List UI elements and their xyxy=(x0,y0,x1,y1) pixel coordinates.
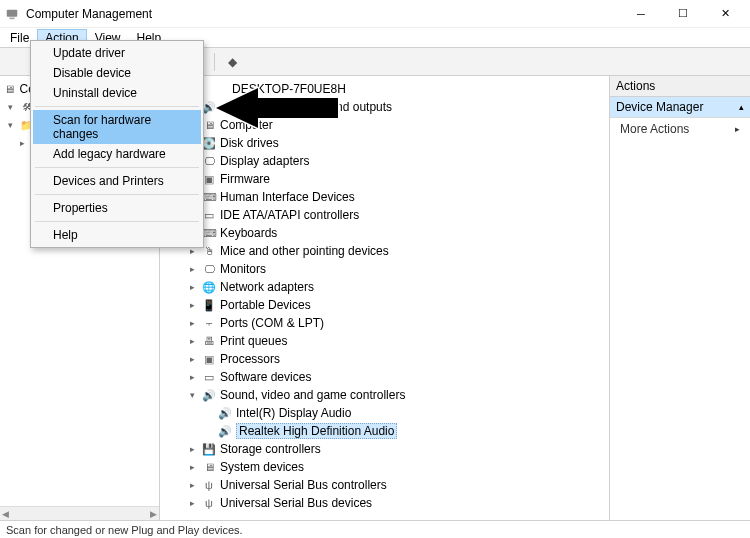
tree-label[interactable]: Network adapters xyxy=(220,280,314,294)
audio-device-icon: 🔊 xyxy=(218,424,232,438)
status-text: Scan for changed or new Plug and Play de… xyxy=(6,524,243,536)
actions-selected[interactable]: Device Manager ▴ xyxy=(610,97,750,118)
disk-icon: 💽 xyxy=(202,136,216,150)
svg-rect-1 xyxy=(9,17,14,19)
chevron-right-icon: ▸ xyxy=(735,124,740,134)
menu-update-driver[interactable]: Update driver xyxy=(33,43,201,63)
menu-disable-device[interactable]: Disable device xyxy=(33,63,201,83)
tree-label[interactable]: Ports (COM & LPT) xyxy=(220,316,324,330)
network-icon: 🌐 xyxy=(202,280,216,294)
system-icon: 🖥 xyxy=(202,460,216,474)
chip-icon: ▣ xyxy=(202,172,216,186)
menu-help-item[interactable]: Help xyxy=(33,225,201,245)
computer-icon: 🖥 xyxy=(4,82,16,96)
tree-label[interactable]: Universal Serial Bus devices xyxy=(220,496,372,510)
close-button[interactable]: ✕ xyxy=(704,0,746,28)
expander-icon[interactable]: ▾ xyxy=(186,390,198,400)
menu-properties[interactable]: Properties xyxy=(33,198,201,218)
sound-icon: 🔊 xyxy=(202,388,216,402)
usb-icon: ψ xyxy=(202,478,216,492)
expander-icon[interactable]: ▸ xyxy=(20,138,25,148)
maximize-button[interactable]: ☐ xyxy=(662,0,704,28)
ide-icon: ▭ xyxy=(202,208,216,222)
window-title: Computer Management xyxy=(26,7,152,21)
action-menu-dropdown: Update driver Disable device Uninstall d… xyxy=(30,40,204,248)
menu-separator xyxy=(35,106,199,107)
app-icon xyxy=(4,6,20,22)
action-more[interactable]: More Actions ▸ xyxy=(610,118,750,140)
software-icon: ▭ xyxy=(202,370,216,384)
tree-label[interactable]: Intel(R) Display Audio xyxy=(236,406,351,420)
monitor-icon: 🖵 xyxy=(202,262,216,276)
tree-label[interactable]: Mice and other pointing devices xyxy=(220,244,389,258)
storage-icon: 💾 xyxy=(202,442,216,456)
actions-pane: Actions Device Manager ▴ More Actions ▸ xyxy=(610,76,750,520)
annotation-arrow-icon xyxy=(210,86,340,133)
tree-label[interactable]: Portable Devices xyxy=(220,298,311,312)
display-icon: 🖵 xyxy=(202,154,216,168)
horizontal-scrollbar[interactable]: ◀▶ xyxy=(0,506,159,520)
expander-icon[interactable]: ▾ xyxy=(4,102,16,112)
tree-label[interactable]: Disk drives xyxy=(220,136,279,150)
menu-separator xyxy=(35,194,199,195)
toolbar-icon[interactable]: ◆ xyxy=(223,53,241,71)
tree-label[interactable]: Software devices xyxy=(220,370,311,384)
title-bar: Computer Management ─ ☐ ✕ xyxy=(0,0,750,28)
menu-separator xyxy=(35,167,199,168)
printer-icon: 🖶 xyxy=(202,334,216,348)
menu-add-legacy[interactable]: Add legacy hardware xyxy=(33,144,201,164)
actions-selected-label: Device Manager xyxy=(616,100,703,114)
tree-label[interactable]: System devices xyxy=(220,460,304,474)
action-label: More Actions xyxy=(620,122,689,136)
menu-uninstall-device[interactable]: Uninstall device xyxy=(33,83,201,103)
menu-devices-printers[interactable]: Devices and Printers xyxy=(33,171,201,191)
tree-label[interactable]: Print queues xyxy=(220,334,287,348)
keyboard-icon: ⌨ xyxy=(202,226,216,240)
tree-label[interactable]: Display adapters xyxy=(220,154,309,168)
usb-icon: ψ xyxy=(202,496,216,510)
tree-label[interactable]: Firmware xyxy=(220,172,270,186)
hid-icon: ⌨ xyxy=(202,190,216,204)
cpu-icon: ▣ xyxy=(202,352,216,366)
tree-label[interactable]: IDE ATA/ATAPI controllers xyxy=(220,208,359,222)
menu-scan-hardware[interactable]: Scan for hardware changes xyxy=(33,110,201,144)
portable-icon: 📱 xyxy=(202,298,216,312)
expander-icon[interactable]: ▾ xyxy=(4,120,16,130)
actions-header: Actions xyxy=(610,76,750,97)
menu-separator xyxy=(35,221,199,222)
tree-label-selected[interactable]: Realtek High Definition Audio xyxy=(236,423,397,439)
tree-label[interactable]: Universal Serial Bus controllers xyxy=(220,478,387,492)
svg-rect-0 xyxy=(7,9,18,16)
tree-label[interactable]: Processors xyxy=(220,352,280,366)
ports-icon: ⫟ xyxy=(202,316,216,330)
tree-label[interactable]: Human Interface Devices xyxy=(220,190,355,204)
collapse-icon[interactable]: ▴ xyxy=(739,102,744,112)
minimize-button[interactable]: ─ xyxy=(620,0,662,28)
tree-label[interactable]: Sound, video and game controllers xyxy=(220,388,405,402)
mouse-icon: 🖱 xyxy=(202,244,216,258)
tree-label[interactable]: Storage controllers xyxy=(220,442,321,456)
device-tree-pane[interactable]: ▾ 🖥 DESKTOP-7F0UE8H ▸🔊Audio inputs and o… xyxy=(160,76,610,520)
tree-label[interactable]: Keyboards xyxy=(220,226,277,240)
tree-label[interactable]: Monitors xyxy=(220,262,266,276)
audio-device-icon: 🔊 xyxy=(218,406,232,420)
status-bar: Scan for changed or new Plug and Play de… xyxy=(0,520,750,538)
